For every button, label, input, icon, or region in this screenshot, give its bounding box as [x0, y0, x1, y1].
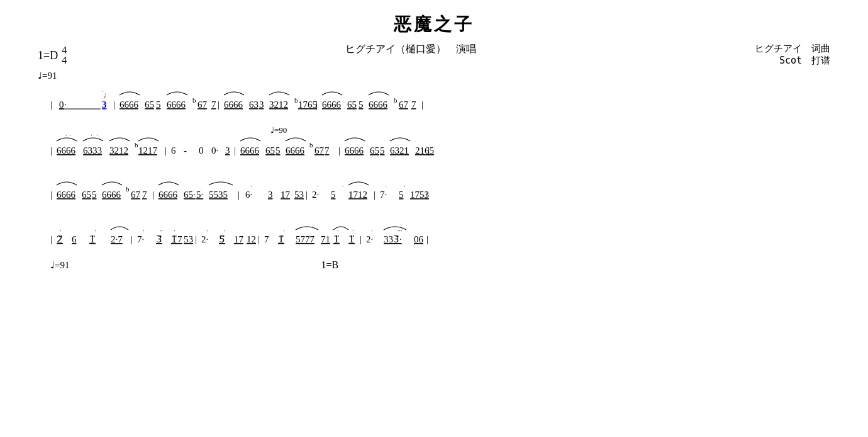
time-top: 4 [62, 45, 67, 55]
header-info: 1=D 4 4 ヒグチアイ（樋口愛） 演唱 ヒグチアイ 词曲 Scot 打谱 [38, 43, 830, 67]
svg-text:7·: 7· [137, 234, 144, 244]
svg-text:5·: 5· [196, 190, 203, 200]
svg-text:6666: 6666 [240, 145, 260, 156]
svg-text:6666: 6666 [159, 190, 178, 200]
key-change: 1=B [321, 259, 338, 271]
svg-text:333̈·: 333̈· [384, 234, 402, 244]
svg-text:5777: 5777 [296, 234, 315, 244]
svg-text:|: | [195, 234, 197, 244]
svg-text:|: | [306, 190, 308, 200]
svg-text:17: 17 [234, 234, 244, 244]
svg-text:6666: 6666 [120, 99, 139, 110]
bottom-row: ♩=91 1=B [50, 259, 818, 271]
music-content: | 0 · 3 ♩ · | 6666 65 5 6666 [38, 84, 830, 271]
svg-text:6: 6 [171, 145, 176, 156]
performer-section: ヒグチアイ（樋口愛） 演唱 [345, 43, 476, 56]
svg-text:|: | [428, 145, 430, 156]
svg-text:0·: 0· [211, 145, 218, 156]
music-row-1: | 0 · 3 ♩ · | 6666 65 5 6666 [50, 84, 818, 121]
tempo-marking-1: ♩=91 [38, 70, 830, 81]
svg-text:·: · [283, 227, 285, 234]
svg-text:67: 67 [131, 190, 141, 200]
svg-text:5: 5 [399, 190, 404, 200]
svg-text:·: · [102, 88, 103, 94]
tempo1-value: ♩=91 [38, 71, 57, 81]
svg-text:|: | [131, 234, 133, 244]
page: 恶魔之子 1=D 4 4 ヒグチアイ（樋口愛） 演唱 ヒグチアイ 词曲 Scot… [0, 0, 868, 437]
music-line-2-svg: ♩=90 | 6666 · · 6333 · · 3212 b [50, 123, 830, 164]
svg-text:2·: 2· [312, 190, 319, 200]
svg-text:|: | [338, 145, 340, 156]
svg-text:6666: 6666 [322, 99, 342, 110]
svg-text:b: b [192, 96, 196, 104]
svg-text:|: | [50, 234, 52, 244]
svg-text:·: · [352, 227, 354, 234]
svg-text:|: | [234, 145, 236, 156]
svg-text:67: 67 [314, 145, 325, 156]
tempo3-marking: ♩=91 [50, 259, 69, 271]
svg-text:65: 65 [145, 99, 154, 110]
svg-text:12: 12 [247, 234, 256, 244]
svg-text:·: · [97, 131, 99, 139]
svg-text:5: 5 [156, 99, 161, 110]
svg-text:5: 5 [331, 190, 336, 200]
svg-text:1̈7: 1̈7 [171, 234, 182, 244]
svg-text:·: · [224, 227, 226, 234]
svg-text:·: · [250, 182, 252, 190]
svg-text:·: · [385, 182, 387, 190]
svg-text:5: 5 [380, 145, 385, 156]
svg-text:2·: 2· [201, 234, 208, 244]
svg-text:6666: 6666 [102, 190, 121, 200]
svg-text:1̈: 1̈ [333, 234, 340, 244]
svg-text:·: · [317, 182, 319, 190]
svg-text:|: | [50, 145, 52, 156]
svg-text:3: 3 [225, 145, 230, 156]
svg-text:·: · [65, 131, 67, 139]
svg-text:6: 6 [72, 234, 77, 244]
svg-text:53: 53 [294, 190, 304, 200]
svg-text:1̈: 1̈ [348, 234, 355, 244]
svg-text:71: 71 [321, 234, 330, 244]
composer-section: ヒグチアイ 词曲 Scot 打谱 [755, 43, 830, 67]
svg-text:·: · [143, 227, 145, 234]
key-time-section: 1=D 4 4 [38, 43, 67, 65]
svg-text:·: · [371, 227, 373, 234]
svg-text:3: 3 [102, 99, 107, 110]
svg-text:|: | [218, 99, 220, 110]
svg-text:6666: 6666 [345, 145, 364, 156]
music-line-1-svg: | 0 · 3 ♩ · | 6666 65 5 6666 [50, 84, 830, 118]
svg-text:7: 7 [142, 190, 147, 200]
svg-text:3: 3 [259, 99, 264, 110]
svg-text:|: | [258, 234, 260, 244]
svg-text:6666: 6666 [167, 99, 186, 110]
svg-text:♩: ♩ [103, 92, 106, 99]
svg-text:-: - [184, 145, 187, 156]
svg-text:|: | [374, 190, 376, 200]
svg-text:b: b [394, 96, 398, 104]
svg-text:65·: 65· [184, 190, 196, 200]
svg-text:3212: 3212 [109, 145, 128, 156]
svg-text:5̈: 5̈ [219, 234, 225, 244]
svg-text:2·: 2· [366, 234, 373, 244]
svg-text:|: | [113, 99, 115, 110]
music-row-3: | 6666 65 5 6666 b 67 7 | 6666 [50, 169, 818, 210]
svg-text:b: b [309, 141, 313, 149]
svg-text:|: | [238, 190, 240, 200]
svg-text:·: · [337, 227, 339, 234]
svg-text:06: 06 [414, 234, 424, 244]
time-signature: 4 4 [62, 45, 67, 65]
svg-text:65: 65 [82, 190, 91, 200]
svg-text:1̈: 1̈ [278, 234, 284, 244]
music-row-2: ♩=90 | 6666 · · 6333 · · 3212 b [50, 123, 818, 167]
title-section: 恶魔之子 [38, 13, 830, 37]
svg-text:5535: 5535 [209, 190, 228, 200]
svg-text:·: · [404, 182, 406, 190]
music-line-4-svg: | 2̈ · 6 1̈ · 2·7 | 7· · 3̈ ·· [50, 212, 830, 253]
svg-text:·: · [91, 131, 92, 139]
svg-text:|: | [152, 190, 154, 200]
svg-text:7: 7 [211, 99, 216, 110]
svg-text:···: ··· [398, 227, 403, 234]
svg-text:b: b [126, 185, 130, 193]
svg-text:6·: 6· [245, 190, 252, 200]
svg-text:·: · [69, 131, 71, 139]
